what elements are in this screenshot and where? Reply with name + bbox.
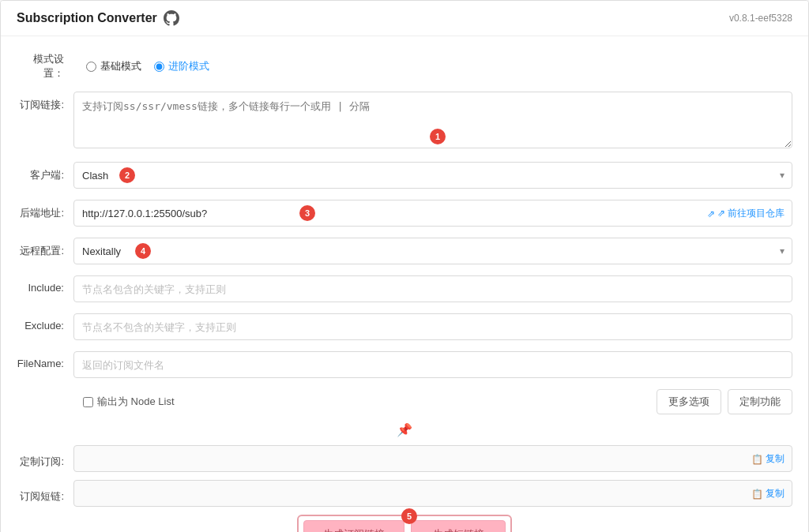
backend-row: 后端地址: ⇗ ⇗ 前往项目仓库 3 bbox=[17, 200, 792, 227]
filename-label: FileName: bbox=[17, 351, 73, 369]
subscription-wrapper: 1 bbox=[73, 92, 792, 151]
options-row: 输出为 Node List 更多选项 定制功能 bbox=[17, 389, 792, 414]
generate-box: 5 生成订阅链接 生成短链接 bbox=[297, 515, 512, 532]
divider: 📌 bbox=[17, 422, 792, 437]
pin-icon: 📌 bbox=[397, 422, 412, 437]
include-wrapper bbox=[73, 275, 792, 302]
include-row: Include: bbox=[17, 275, 792, 302]
exclude-input[interactable] bbox=[73, 313, 792, 340]
backend-input[interactable] bbox=[73, 200, 792, 227]
custom-sub-wrapper: 📋 复制 bbox=[73, 445, 792, 472]
badge-5: 5 bbox=[401, 508, 417, 524]
short-link-label: 订阅短链: bbox=[17, 483, 73, 504]
client-select[interactable]: Clash Surge 3 Surge 4 Quantumult Quantum… bbox=[73, 162, 792, 189]
options-buttons: 更多选项 定制功能 bbox=[657, 389, 792, 414]
github-icon[interactable] bbox=[164, 10, 179, 26]
node-list-label: 输出为 Node List bbox=[97, 395, 175, 409]
badge-3: 3 bbox=[299, 205, 315, 221]
backend-label: 后端地址: bbox=[17, 200, 73, 220]
badge-4: 4 bbox=[135, 243, 151, 259]
badge-1: 1 bbox=[430, 129, 446, 144]
client-wrapper: Clash Surge 3 Surge 4 Quantumult Quantum… bbox=[73, 162, 792, 189]
subscription-row: 订阅链接: 1 bbox=[17, 92, 792, 151]
generate-wrapper: 5 生成订阅链接 生成短链接 bbox=[297, 515, 512, 532]
action-buttons: 5 生成订阅链接 生成短链接 ▲ 上传配置 🔗 一键导入 Clash bbox=[17, 515, 792, 532]
client-row: 客户端: Clash Surge 3 Surge 4 Quantumult Qu… bbox=[17, 162, 792, 189]
include-input[interactable] bbox=[73, 275, 792, 302]
title-bar: Subscription Converter v0.8.1-eef5328 bbox=[1, 1, 808, 36]
short-link-wrapper: 📋 复制 bbox=[73, 480, 792, 507]
exclude-row: Exclude: bbox=[17, 313, 792, 340]
mode-label: 模式设置： bbox=[17, 52, 73, 81]
filename-input[interactable] bbox=[73, 351, 792, 378]
version-label: v0.8.1-eef5328 bbox=[729, 13, 792, 24]
backend-repo-link[interactable]: ⇗ ⇗ 前往项目仓库 bbox=[707, 207, 785, 220]
remote-label: 远程配置: bbox=[17, 238, 73, 258]
include-label: Include: bbox=[17, 275, 73, 294]
filename-row: FileName: bbox=[17, 351, 792, 378]
radio-advanced[interactable]: 进阶模式 bbox=[154, 59, 209, 73]
mode-row: 模式设置： 基础模式 进阶模式 bbox=[17, 52, 792, 81]
radio-basic[interactable]: 基础模式 bbox=[86, 59, 141, 73]
copy-short-button[interactable]: 📋 复制 bbox=[751, 487, 785, 500]
radio-group: 基础模式 进阶模式 bbox=[86, 59, 209, 73]
custom-sub-row: 定制订阅: 📋 复制 bbox=[17, 445, 792, 472]
custom-sub-label: 定制订阅: bbox=[17, 448, 73, 469]
remote-wrapper: Nexitally ACL4SSR tache ▾ 4 bbox=[73, 238, 792, 264]
generate-sub-button[interactable]: 生成订阅链接 bbox=[303, 520, 404, 532]
badge-2: 2 bbox=[119, 167, 135, 183]
custom-func-button[interactable]: 定制功能 bbox=[728, 389, 792, 414]
title-left: Subscription Converter bbox=[17, 10, 179, 26]
node-list-checkbox[interactable] bbox=[83, 397, 93, 407]
checkbox-left: 输出为 Node List bbox=[83, 395, 175, 409]
remote-row: 远程配置: Nexitally ACL4SSR tache ▾ 4 bbox=[17, 238, 792, 264]
short-link-row: 订阅短链: 📋 复制 bbox=[17, 480, 792, 507]
main-content: 模式设置： 基础模式 进阶模式 订阅链接: 1 客户端: bbox=[1, 36, 808, 532]
remote-select[interactable]: Nexitally ACL4SSR tache bbox=[73, 238, 792, 264]
exclude-wrapper bbox=[73, 313, 792, 340]
filename-wrapper bbox=[73, 351, 792, 378]
more-options-button[interactable]: 更多选项 bbox=[657, 389, 721, 414]
client-label: 客户端: bbox=[17, 162, 73, 182]
subscription-label: 订阅链接: bbox=[17, 92, 73, 112]
short-link-input[interactable] bbox=[73, 480, 792, 507]
node-list-checkbox-label[interactable]: 输出为 Node List bbox=[83, 395, 175, 409]
custom-sub-input[interactable] bbox=[73, 445, 792, 472]
backend-wrapper: ⇗ ⇗ 前往项目仓库 3 bbox=[73, 200, 792, 227]
copy-sub-button[interactable]: 📋 复制 bbox=[751, 452, 785, 466]
app-title: Subscription Converter bbox=[17, 11, 157, 25]
generate-short-button[interactable]: 生成短链接 bbox=[411, 520, 506, 532]
exclude-label: Exclude: bbox=[17, 313, 73, 332]
